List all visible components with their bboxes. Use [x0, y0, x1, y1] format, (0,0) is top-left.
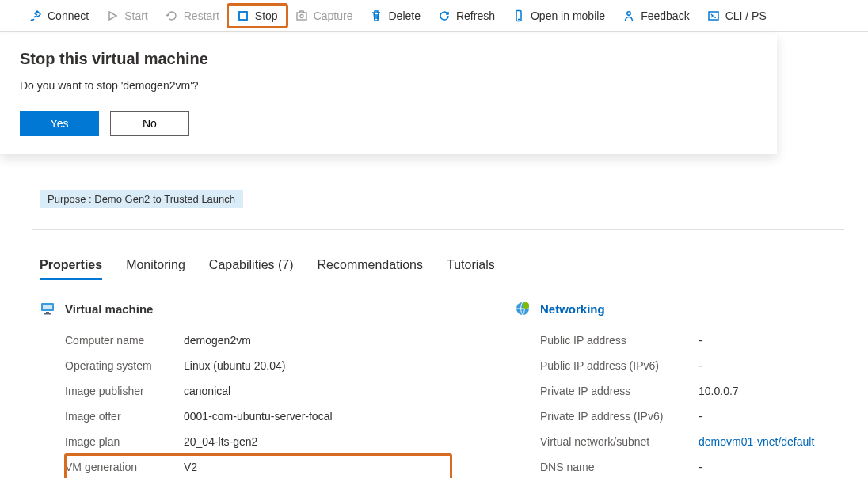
refresh-button[interactable]: Refresh — [429, 5, 504, 27]
value-offer: 0001-com-ubuntu-server-focal — [184, 410, 333, 423]
label-priv-ip6: Private IP address (IPv6) — [540, 410, 699, 423]
networking-icon — [515, 301, 531, 317]
capture-label: Capture — [314, 9, 353, 22]
refresh-label: Refresh — [456, 9, 495, 22]
label-publisher: Image publisher — [65, 385, 184, 397]
row-os: Operating system Linux (ubuntu 20.04) — [65, 353, 451, 378]
tab-properties[interactable]: Properties — [40, 253, 102, 280]
label-priv-ip: Private IP address — [540, 385, 699, 397]
svg-point-5 — [627, 11, 630, 14]
value-pub-ip: - — [699, 334, 702, 347]
stop-icon — [237, 9, 249, 22]
restart-button: Restart — [157, 5, 228, 27]
svg-rect-1 — [297, 13, 306, 20]
capture-button: Capture — [287, 5, 362, 27]
value-generation: V2 — [184, 461, 197, 473]
label-generation: VM generation — [65, 461, 184, 473]
open-mobile-button[interactable]: Open in mobile — [504, 5, 614, 27]
start-button: Start — [97, 5, 157, 27]
row-priv-ip: Private IP address 10.0.0.7 — [540, 378, 814, 404]
row-priv-ip6: Private IP address (IPv6) - — [540, 404, 814, 429]
feedback-button[interactable]: Feedback — [614, 5, 698, 27]
networking-section-title: Networking — [540, 302, 605, 316]
play-icon — [106, 9, 119, 22]
value-vnet[interactable]: demovm01-vnet/default — [699, 435, 814, 448]
row-pub-ip6: Public IP address (IPv6) - — [540, 353, 814, 378]
value-os: Linux (ubuntu 20.04) — [184, 359, 285, 372]
row-vm-generation: VM generation V2 — [65, 454, 451, 478]
properties-grid: Virtual machine Computer name demogen2vm… — [40, 301, 836, 478]
start-label: Start — [124, 9, 148, 22]
cli-icon — [707, 9, 720, 22]
tabs: Properties Monitoring Capabilities (7) R… — [40, 253, 836, 280]
vm-icon — [40, 301, 55, 317]
stop-label: Stop — [255, 9, 278, 22]
networking-section: Networking Public IP address - Public IP… — [515, 301, 814, 478]
connect-button[interactable]: Connect — [21, 5, 97, 27]
value-computer-name: demogen2vm — [184, 334, 251, 347]
feedback-icon — [622, 9, 635, 22]
row-publisher: Image publisher canonical — [65, 378, 451, 404]
stop-button[interactable]: Stop — [228, 5, 287, 27]
connect-icon — [29, 9, 42, 22]
divider — [32, 229, 844, 230]
dialog-message: Do you want to stop 'demogen2vm'? — [20, 79, 757, 92]
tab-tutorials[interactable]: Tutorials — [447, 253, 495, 280]
label-plan: Image plan — [65, 435, 184, 448]
row-offer: Image offer 0001-com-ubuntu-server-focal — [65, 404, 451, 429]
no-button[interactable]: No — [110, 111, 189, 136]
delete-button[interactable]: Delete — [361, 5, 428, 27]
label-dns: DNS name — [540, 461, 699, 473]
tab-monitoring[interactable]: Monitoring — [126, 253, 185, 280]
restart-icon — [166, 9, 178, 22]
label-computer-name: Computer name — [65, 334, 184, 347]
label-pub-ip6: Public IP address (IPv6) — [540, 359, 699, 372]
delete-label: Delete — [388, 9, 420, 22]
refresh-icon — [438, 9, 451, 22]
cli-label: CLI / PS — [725, 9, 767, 22]
svg-point-2 — [300, 14, 303, 17]
capture-icon — [295, 9, 308, 22]
connect-label: Connect — [48, 9, 89, 22]
command-bar: Connect Start Restart Stop Capture Delet… — [0, 0, 868, 32]
svg-rect-9 — [46, 312, 49, 313]
open-mobile-label: Open in mobile — [531, 9, 605, 22]
label-vnet: Virtual network/subnet — [540, 435, 699, 448]
value-publisher: canonical — [184, 385, 230, 397]
trash-icon — [370, 9, 383, 22]
row-vnet: Virtual network/subnet demovm01-vnet/def… — [540, 429, 814, 454]
vm-section-title: Virtual machine — [65, 302, 153, 316]
tab-capabilities[interactable]: Capabilities (7) — [209, 253, 294, 280]
vm-section-head: Virtual machine — [40, 301, 451, 317]
svg-rect-8 — [43, 305, 52, 309]
svg-point-12 — [523, 302, 529, 309]
feedback-label: Feedback — [641, 9, 689, 22]
value-priv-ip6: - — [699, 410, 702, 423]
tag-purpose[interactable]: Purpose : Demo Gen2 to Trusted Launch — [40, 190, 243, 208]
label-pub-ip: Public IP address — [540, 334, 699, 347]
svg-rect-0 — [239, 12, 247, 20]
restart-label: Restart — [184, 9, 219, 22]
mobile-icon — [512, 9, 525, 22]
row-pub-ip: Public IP address - — [540, 328, 814, 353]
networking-section-head[interactable]: Networking — [515, 301, 814, 317]
value-priv-ip: 10.0.0.7 — [699, 385, 739, 397]
dialog-title: Stop this virtual machine — [20, 50, 757, 68]
value-dns: - — [699, 461, 702, 473]
value-plan: 20_04-lts-gen2 — [184, 435, 257, 448]
row-computer-name: Computer name demogen2vm — [65, 328, 451, 353]
yes-button[interactable]: Yes — [20, 111, 99, 136]
vm-section: Virtual machine Computer name demogen2vm… — [40, 301, 451, 478]
label-os: Operating system — [65, 359, 184, 372]
stop-vm-dialog: Stop this virtual machine Do you want to… — [0, 34, 777, 154]
tab-recommendations[interactable]: Recommendations — [318, 253, 423, 280]
cli-button[interactable]: CLI / PS — [699, 5, 775, 27]
value-pub-ip6: - — [699, 359, 702, 372]
svg-rect-10 — [44, 313, 51, 315]
row-plan: Image plan 20_04-lts-gen2 — [65, 429, 451, 454]
row-dns: DNS name - — [540, 454, 814, 478]
label-offer: Image offer — [65, 410, 184, 423]
